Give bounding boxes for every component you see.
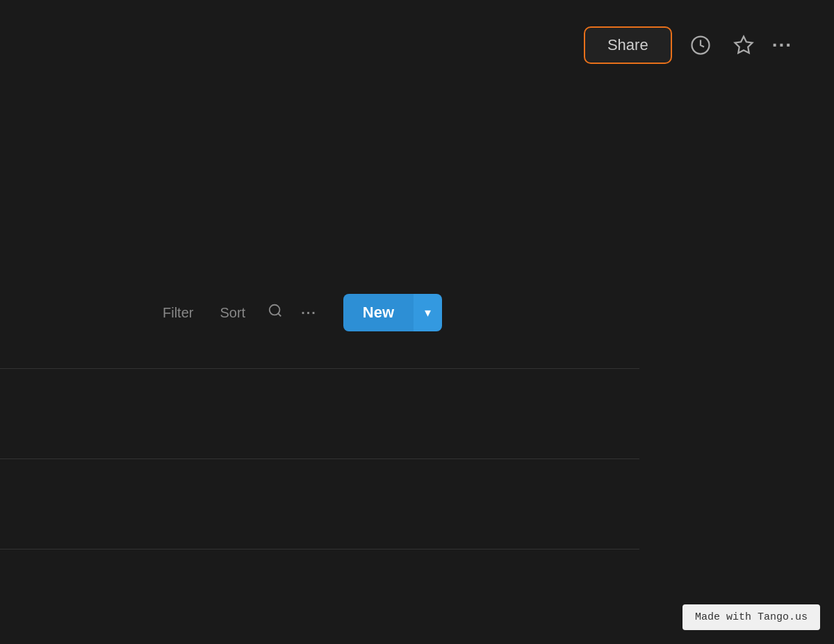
search-icon [268,303,283,318]
filter-button[interactable]: Filter [153,299,203,327]
toolbar-more-button[interactable]: ··· [295,299,322,327]
share-button[interactable]: Share [584,26,672,64]
new-button-container: New ▾ [343,294,442,331]
more-options-button[interactable]: ··· [772,34,792,56]
tango-watermark: Made with Tango.us [682,604,820,630]
divider-line-1 [0,368,639,369]
chevron-down-icon: ▾ [425,305,431,320]
star-icon [733,35,754,56]
divider-line-2 [0,459,639,459]
svg-line-3 [278,313,281,316]
new-button[interactable]: New [343,294,414,331]
divider-line-3 [0,549,639,550]
share-button-wrapper: Share [584,26,672,64]
toolbar: Filter Sort ··· New ▾ [0,278,639,347]
new-button-dropdown[interactable]: ▾ [414,294,442,331]
svg-point-2 [270,305,280,315]
search-button[interactable] [262,297,288,328]
favorite-button[interactable] [729,31,758,60]
history-button[interactable] [686,31,715,60]
header-bar: Share ··· [0,0,834,90]
clock-icon [690,35,711,56]
svg-marker-1 [735,37,752,53]
sort-button[interactable]: Sort [210,299,255,327]
